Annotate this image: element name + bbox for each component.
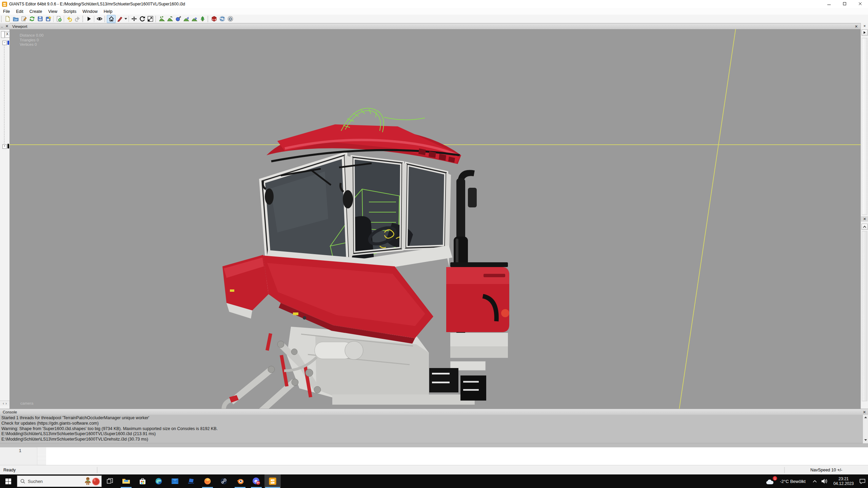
close-button[interactable]: [852, 0, 868, 8]
editor-fold-margin: [37, 447, 46, 465]
scroll-up-icon: [864, 416, 867, 418]
right-strip-collapse-button[interactable]: [862, 224, 868, 230]
scale-icon: [147, 16, 153, 22]
undo-button[interactable]: [65, 15, 73, 23]
convert-i3d-button[interactable]: [218, 15, 226, 23]
volume-button[interactable]: [822, 479, 828, 484]
menu-create[interactable]: Create: [26, 9, 45, 14]
script-editor[interactable]: 1: [0, 447, 868, 465]
viewport-3d-canvas[interactable]: Distance 0.00 Triangles 0 Vertices 0 cam…: [9, 29, 861, 409]
redo-button[interactable]: [73, 15, 81, 23]
giants-app-icon: [2, 2, 7, 7]
play-icon: [86, 16, 92, 22]
home-icon: [108, 16, 114, 22]
terrain-smooth-button[interactable]: [166, 15, 174, 23]
menu-file[interactable]: File: [0, 9, 13, 14]
steam-icon: [220, 478, 227, 485]
menu-help[interactable]: Help: [101, 9, 116, 14]
scale-tool-button[interactable]: [146, 15, 154, 23]
right-strip-expand-button[interactable]: [862, 29, 868, 36]
viewport-tab[interactable]: Viewport: [12, 24, 27, 28]
terrain-detail-button[interactable]: d: [182, 15, 190, 23]
taskbar-laptop-app[interactable]: [183, 474, 199, 488]
clock[interactable]: 23:21 04.12.2023: [833, 476, 854, 486]
selection-pen-button[interactable]: [116, 15, 124, 23]
import-button[interactable]: [55, 15, 63, 23]
strip-scroll-right[interactable]: ›: [6, 402, 7, 405]
console-close-icon[interactable]: ✕: [863, 410, 866, 414]
new-file-button[interactable]: [3, 15, 12, 23]
scenegraph-close-icon[interactable]: ✕: [5, 24, 8, 28]
terrain-paint-button[interactable]: [174, 15, 182, 23]
giants-editor-window: GIANTS Editor 64bit 9.0.6 - E:/Modding/S…: [0, 0, 868, 488]
open-folder-icon: [13, 16, 19, 22]
tree-expand-box[interactable]: +: [2, 144, 7, 149]
right-strip-close-bottom-icon[interactable]: ✕: [861, 216, 868, 222]
terrain-foliage-button[interactable]: p: [190, 15, 198, 23]
start-button[interactable]: [0, 474, 16, 488]
action-center-button[interactable]: [860, 479, 865, 484]
system-tray: 1 -2°C Bewölkt 23:21 04.12.2023: [764, 474, 868, 488]
edit-script-button[interactable]: [20, 15, 28, 23]
taskbar-blender[interactable]: [232, 474, 248, 488]
navmesh-button[interactable]: AB: [210, 15, 218, 23]
windows-logo-icon: [5, 479, 11, 484]
taskbar-giants-editor[interactable]: [264, 474, 281, 488]
convert-settings-button[interactable]: [226, 15, 234, 23]
play-button[interactable]: [85, 15, 93, 23]
paint-blob-icon: [175, 16, 181, 22]
console-log[interactable]: Started 1 threads for threadpool 'Terrai…: [0, 415, 868, 443]
svg-text:B: B: [214, 19, 216, 21]
search-box[interactable]: Suchen: [17, 475, 102, 487]
firefox-icon: [204, 478, 211, 485]
tree-collapse-box[interactable]: −: [2, 41, 7, 45]
taskbar-mail[interactable]: [167, 474, 183, 488]
viewport-scene: [9, 29, 861, 409]
menu-bar: File Edit Create View Scripts Window Hel…: [0, 8, 868, 15]
reload-button[interactable]: [28, 15, 36, 23]
pen-dropdown[interactable]: [124, 15, 127, 23]
strip-dots: ..: [1, 24, 3, 28]
task-view-icon: [107, 478, 113, 484]
console-tab[interactable]: Console: [3, 410, 17, 414]
edge-icon: [155, 478, 162, 485]
terrain-detail-icon: d: [183, 16, 189, 22]
taskbar-microsoft-store[interactable]: [134, 474, 151, 488]
viewport-close-icon[interactable]: ✕: [855, 25, 858, 28]
tray-temperature[interactable]: -2°C: [780, 479, 789, 484]
rotate-tool-button[interactable]: [138, 15, 146, 23]
menu-view[interactable]: View: [45, 9, 60, 14]
menu-scripts[interactable]: Scripts: [60, 9, 79, 14]
tractor-model: [222, 108, 509, 409]
camera-home-button[interactable]: [107, 15, 116, 23]
save-as-button[interactable]: [44, 15, 52, 23]
import-icon: [56, 16, 62, 22]
maximize-button[interactable]: [837, 0, 852, 8]
giants-editor-icon: [269, 477, 276, 485]
tree-placer-button[interactable]: [198, 15, 206, 23]
task-view-button[interactable]: [102, 474, 118, 488]
minimize-button[interactable]: [821, 0, 837, 8]
menu-window[interactable]: Window: [79, 9, 100, 14]
taskbar-edge[interactable]: [151, 474, 167, 488]
strip-item-x[interactable]: X: [5, 32, 10, 38]
console-scrollbar[interactable]: [863, 415, 868, 443]
weather-widget[interactable]: 1: [766, 477, 776, 485]
visibility-button[interactable]: [95, 15, 103, 23]
pen-icon: [117, 16, 123, 22]
taskbar-discord[interactable]: 9+: [248, 474, 264, 488]
hidden-icons-button[interactable]: [813, 480, 817, 483]
menu-edit[interactable]: Edit: [13, 9, 26, 14]
taskbar-file-explorer[interactable]: [118, 474, 134, 488]
terrain-sculpt-button[interactable]: [158, 15, 166, 23]
tray-condition[interactable]: Bewölkt: [790, 479, 806, 484]
editor-line-number: 1: [0, 447, 37, 465]
taskbar-steam[interactable]: [216, 474, 232, 488]
strip-scroll-left[interactable]: ‹: [3, 402, 4, 405]
save-button[interactable]: [36, 15, 44, 23]
right-strip-close-top-icon[interactable]: ✕: [862, 23, 867, 29]
translate-tool-button[interactable]: [130, 15, 138, 23]
taskbar-firefox[interactable]: [199, 474, 216, 488]
console-line: E:\Modding\Schlüter\LS13\mrSchlueterSupe…: [1, 431, 868, 437]
open-file-button[interactable]: [12, 15, 20, 23]
